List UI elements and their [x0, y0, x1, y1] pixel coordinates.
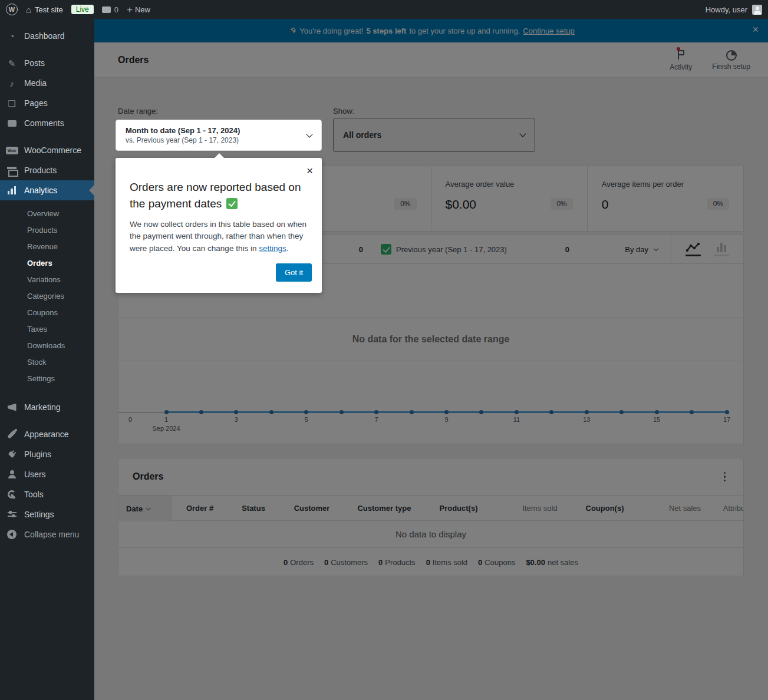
- dashboard-icon: ◔: [9, 32, 14, 41]
- user-avatar[interactable]: [752, 5, 762, 15]
- sidebar-item-products[interactable]: Products: [0, 160, 94, 180]
- settings-link[interactable]: settings: [259, 244, 286, 253]
- sidebar-item-media[interactable]: ♪ Media: [0, 73, 94, 93]
- got-it-button[interactable]: Got it: [276, 263, 312, 282]
- sidebar-item-settings[interactable]: Settings: [0, 504, 94, 524]
- chevron-down-icon: [306, 131, 312, 137]
- sidebar-item-label: Dashboard: [24, 31, 65, 41]
- submenu-item-overview[interactable]: Overview: [0, 206, 94, 222]
- submenu-item-revenue[interactable]: Revenue: [0, 239, 94, 255]
- current-menu-arrow: [89, 185, 94, 196]
- sidebar-separator: [0, 46, 94, 53]
- sidebar-item-woocommerce[interactable]: Woo WooCommerce: [0, 140, 94, 160]
- wordpress-logo-icon[interactable]: W: [6, 4, 18, 15]
- sidebar-item-label: Analytics: [24, 186, 57, 195]
- sidebar-item-plugins[interactable]: Plugins: [0, 444, 94, 464]
- check-mark-emoji: [226, 198, 238, 209]
- submenu-item-orders[interactable]: Orders: [0, 255, 94, 272]
- marketing-icon: [8, 404, 17, 411]
- submenu-item-settings[interactable]: Settings: [0, 371, 94, 387]
- date-range-value: Month to date (Sep 1 - 17, 2024): [126, 126, 240, 135]
- submenu-item-coupons[interactable]: Coupons: [0, 305, 94, 321]
- sidebar-item-label: Comments: [24, 118, 64, 128]
- sidebar-item-label: Marketing: [24, 402, 60, 412]
- sidebar-item-label: Users: [24, 470, 46, 479]
- sidebar-item-label: WooCommerce: [24, 146, 81, 155]
- tools-icon: [8, 490, 16, 498]
- appearance-icon: [7, 430, 17, 439]
- site-name[interactable]: Test site: [35, 5, 63, 14]
- popover-close-icon[interactable]: ×: [306, 165, 313, 176]
- popover-body: We now collect orders in this table base…: [130, 219, 306, 255]
- sidebar-item-users[interactable]: Users: [0, 464, 94, 484]
- howdy-user[interactable]: Howdy, user: [706, 5, 747, 14]
- submenu-item-variations[interactable]: Variations: [0, 272, 94, 288]
- comments-shortcut[interactable]: 0: [102, 5, 118, 14]
- admin-sidebar: ◔ Dashboard ✎ Posts ♪ Media ❏ Pages Comm…: [0, 19, 94, 700]
- woocommerce-icon: Woo: [6, 147, 18, 154]
- main-content: You're doing great! 5 steps left to get …: [94, 19, 768, 700]
- posts-icon: ✎: [8, 59, 16, 68]
- analytics-icon: [8, 186, 17, 194]
- media-icon: ♪: [9, 79, 14, 88]
- sidebar-item-posts[interactable]: ✎ Posts: [0, 53, 94, 73]
- sidebar-item-label: Plugins: [24, 450, 51, 459]
- popover-title: Orders are now reported based on the pay…: [130, 179, 306, 212]
- submenu-item-products[interactable]: Products: [0, 222, 94, 239]
- sidebar-item-label: Collapse menu: [24, 530, 79, 539]
- sidebar-item-label: Tools: [24, 490, 44, 499]
- settings-icon: [8, 511, 17, 518]
- home-icon: ⌂: [26, 5, 31, 15]
- sidebar-item-label: Products: [24, 166, 57, 175]
- submenu-item-stock[interactable]: Stock: [0, 354, 94, 371]
- collapse-arrow-icon: [7, 530, 17, 539]
- sidebar-item-pages[interactable]: ❏ Pages: [0, 93, 94, 113]
- submenu-item-categories[interactable]: Categories: [0, 288, 94, 305]
- payment-dates-popover: × Orders are now reported based on the p…: [116, 158, 322, 293]
- sidebar-item-label: Appearance: [24, 430, 69, 439]
- sidebar-item-label: Pages: [24, 98, 48, 108]
- products-icon: [7, 167, 17, 174]
- comments-icon: [8, 120, 17, 127]
- sidebar-item-tools[interactable]: Tools: [0, 484, 94, 504]
- live-badge: Live: [71, 5, 94, 14]
- date-range-select[interactable]: Month to date (Sep 1 - 17, 2024) vs. Pre…: [116, 120, 322, 151]
- new-label: New: [135, 5, 150, 14]
- analytics-submenu: Overview Products Revenue Orders Variati…: [0, 200, 94, 394]
- site-menu[interactable]: ⌂ Test site: [26, 5, 63, 15]
- sidebar-item-appearance[interactable]: Appearance: [0, 424, 94, 444]
- comment-bubble-icon: [102, 6, 111, 13]
- sidebar-separator: [0, 417, 94, 424]
- submenu-item-downloads[interactable]: Downloads: [0, 338, 94, 354]
- sidebar-item-collapse-menu[interactable]: Collapse menu: [0, 524, 94, 544]
- plugins-icon: [6, 448, 18, 460]
- sidebar-item-marketing[interactable]: Marketing: [0, 397, 94, 417]
- new-menu[interactable]: + New: [127, 5, 150, 15]
- users-icon: [8, 470, 16, 478]
- sidebar-item-label: Posts: [24, 58, 45, 68]
- date-range-compare: vs. Previous year (Sep 1 - 17, 2023): [126, 136, 240, 144]
- plus-icon: +: [127, 5, 133, 15]
- admin-bar: W ⌂ Test site Live 0 + New Howdy, user: [0, 0, 768, 19]
- popover-caret: [214, 153, 225, 159]
- sidebar-separator: [0, 133, 94, 140]
- pages-icon: ❏: [8, 99, 15, 108]
- comments-count: 0: [114, 5, 118, 14]
- sidebar-item-analytics[interactable]: Analytics: [0, 180, 94, 200]
- submenu-item-taxes[interactable]: Taxes: [0, 321, 94, 338]
- sidebar-item-dashboard[interactable]: ◔ Dashboard: [0, 26, 94, 46]
- sidebar-item-label: Settings: [24, 510, 54, 519]
- sidebar-item-comments[interactable]: Comments: [0, 113, 94, 133]
- sidebar-item-label: Media: [24, 78, 47, 88]
